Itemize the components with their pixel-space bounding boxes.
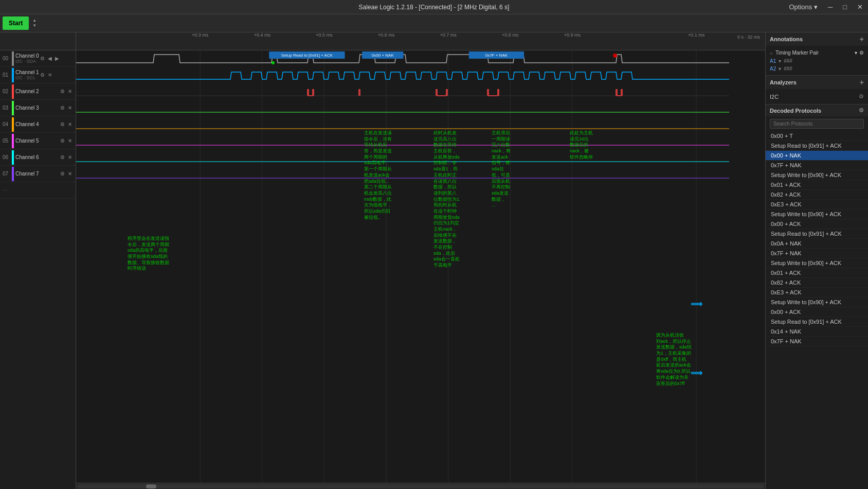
channel-close-7[interactable]: ✕ [67, 170, 73, 177]
timing-settings-icon[interactable]: ⚙ [859, 50, 864, 56]
protocol-item-6[interactable]: 0x82 + ACK [766, 190, 868, 200]
protocol-item-8[interactable]: Setup Write to [0x90] + ACK [766, 209, 868, 219]
time-label-3: +0.6 ms [378, 32, 394, 38]
channel-controls-7: ⚙ ✕ [59, 170, 73, 177]
protocol-item-20[interactable]: 0x14 + NAK [766, 327, 868, 337]
channel-header [0, 32, 76, 50]
right-panel: Annotations + ⬦ Timing Marker Pair ▾ ⚙ A… [765, 32, 868, 489]
protocol-item-11[interactable]: 0x0A + NAK [766, 239, 868, 249]
decoded-protocols-header: Decoded Protocols ⚙ [766, 104, 868, 116]
channel-close-3[interactable]: ✕ [67, 104, 73, 111]
protocol-item-9[interactable]: 0x00 + ACK [766, 219, 868, 229]
channel-settings-1[interactable]: ⚙ [39, 72, 46, 78]
channel-close-2[interactable]: ✕ [67, 88, 73, 95]
arrow-down-icon[interactable]: ▼ [32, 23, 37, 28]
svg-text:Setup Read to [0x91] + ACK: Setup Read to [0x91] + ACK [281, 53, 333, 58]
protocol-item-10[interactable]: Setup Read to [0x91] + ACK [766, 229, 868, 239]
analyzer-i2c-settings[interactable]: ⚙ [859, 93, 864, 100]
options-button[interactable]: Options ▾ [784, 0, 823, 14]
maximize-button[interactable]: □ [838, 0, 852, 14]
channel-settings-7[interactable]: ⚙ [59, 170, 66, 177]
a2-row: A2 ▾ ### [770, 65, 864, 73]
annotations-header: Annotations + [766, 32, 868, 46]
decoded-protocols-settings[interactable]: ⚙ [859, 107, 864, 114]
protocol-item-2[interactable]: 0x00 + NAK [766, 151, 868, 161]
protocol-item-13[interactable]: Setup Write to [0x90] + ACK [766, 258, 868, 268]
protocol-item-0[interactable]: 0x00 + T [766, 131, 868, 141]
analyzers-content: I2C ⚙ [766, 89, 868, 104]
waveform-canvas[interactable]: Setup Read to [0x91] + ACK 0x00 + NAK 0x… [76, 50, 765, 483]
analyzers-header: Analyzers + [766, 76, 868, 89]
annotations-content: ⬦ Timing Marker Pair ▾ ⚙ A1 ▾ ### A2 ▾ [766, 46, 868, 75]
protocol-item-12[interactable]: 0x7F + NAK [766, 249, 868, 258]
channel-settings-4[interactable]: ⚙ [59, 121, 66, 128]
channel-row-3: 03 Channel 3 ⚙ ✕ [0, 100, 76, 116]
annotations-add-icon[interactable]: + [860, 35, 864, 43]
search-protocols-container [766, 116, 868, 131]
protocol-item-4[interactable]: Setup Write to [0x90] + ACK [766, 170, 868, 180]
annotation-2: 此时从机发 送完高八位 数据在等待 主机应答， 从机释放sda 控制权，令 sd… [433, 130, 461, 269]
a1-label: A1 [770, 58, 776, 64]
a1-value: ### [784, 58, 792, 64]
protocol-item-1[interactable]: Setup Read to [0x91] + ACK [766, 141, 868, 151]
channel-settings-0[interactable]: ⚙ [39, 55, 46, 62]
protocol-item-18[interactable]: 0x00 + ACK [766, 307, 868, 317]
channel-close-1[interactable]: ✕ [47, 72, 53, 78]
close-button[interactable]: ✕ [852, 0, 868, 14]
channel-controls-4: ⚙ ✕ [59, 121, 73, 128]
analyzers-add-icon[interactable]: + [860, 78, 864, 86]
scrollbar-thumb[interactable] [146, 484, 156, 488]
channel-settings-2[interactable]: ⚙ [59, 88, 66, 95]
start-button[interactable]: Start [3, 16, 29, 30]
main-layout: 00 Channel 0 I2C · SDA ⚙ ◀ ▶ 01 Channel … [0, 32, 868, 489]
channel-close-5[interactable]: ✕ [67, 137, 73, 144]
channel-settings-5[interactable]: ⚙ [59, 137, 66, 144]
channel-prev-0[interactable]: ◀ [47, 55, 53, 62]
a2-dropdown[interactable]: ▾ [779, 66, 781, 72]
timing-icon: ⬦ [770, 50, 773, 56]
a2-label: A2 [770, 66, 776, 72]
protocol-item-7[interactable]: 0xE3 + ACK [766, 200, 868, 209]
channel-settings-6[interactable]: ⚙ [59, 154, 66, 161]
protocol-item-19[interactable]: Setup Read to [0x91] + ACK [766, 317, 868, 327]
timing-dropdown-icon[interactable]: ▾ [855, 50, 857, 56]
channel-row-4: 04 Channel 4 ⚙ ✕ [0, 116, 76, 133]
annotation-0: 程序里会在发送读指 令后，发送两个周期 sda的高电平，后面 便开始接收sda线… [128, 236, 169, 272]
analyzers-section: Analyzers + I2C ⚙ [766, 76, 868, 104]
protocol-item-5[interactable]: 0x01 + ACK [766, 180, 868, 190]
channel-row-0: 00 Channel 0 I2C · SDA ⚙ ◀ ▶ [0, 50, 76, 67]
channel-color-5 [12, 134, 14, 148]
minimize-button[interactable]: ─ [823, 0, 838, 14]
channel-controls-5: ⚙ ✕ [59, 137, 73, 144]
annotations-section: Annotations + ⬦ Timing Marker Pair ▾ ⚙ A… [766, 32, 868, 76]
protocol-list[interactable]: 0x00 + TSetup Read to [0x91] + ACK0x00 +… [766, 131, 868, 489]
channel-settings-3[interactable]: ⚙ [59, 104, 66, 111]
arrow-up-icon[interactable]: ▲ [32, 18, 37, 23]
channel-color-1 [12, 68, 14, 82]
a1-dropdown[interactable]: ▾ [779, 58, 781, 64]
scrollbar-track [77, 484, 764, 488]
channel-next-0[interactable]: ▶ [54, 55, 60, 62]
svg-text:⟹: ⟹ [691, 300, 702, 308]
protocol-item-3[interactable]: 0x7F + NAK [766, 161, 868, 170]
search-protocols-input[interactable] [770, 119, 864, 129]
waveform-area[interactable]: 0 s · 32 ms +0.3 ms +0.4 ms +0.5 ms +0.6… [76, 32, 765, 489]
horizontal-scrollbar[interactable] [76, 483, 765, 489]
channel-close-4[interactable]: ✕ [67, 121, 73, 128]
protocol-item-16[interactable]: 0xE3 + ACK [766, 288, 868, 298]
svg-text:0x00 + NAK: 0x00 + NAK [372, 53, 394, 58]
channel-label-0: Channel 0 I2C · SDA [15, 53, 39, 64]
protocol-item-21[interactable]: 0x7F + NAK [766, 337, 868, 346]
channel-close-6[interactable]: ✕ [67, 154, 73, 161]
annotation-5: 因为从机没收 到ack，所以停止 发送数据，sda恒 为1，主机采集的 是0xf… [656, 333, 692, 387]
protocol-item-15[interactable]: 0x82 + ACK [766, 278, 868, 288]
channel-list: 00 Channel 0 I2C · SDA ⚙ ◀ ▶ 01 Channel … [0, 50, 76, 199]
channel-row-extra: ··· [0, 182, 76, 199]
channel-label-1: Channel 1 I2C · SCL [15, 69, 39, 80]
timing-marker-label: Timing Marker Pair [775, 50, 819, 56]
analyzers-title: Analyzers [770, 79, 797, 85]
protocol-item-17[interactable]: Setup Write to [0x90] + ACK [766, 298, 868, 307]
decoded-protocols-title: Decoded Protocols [770, 108, 821, 114]
protocol-item-14[interactable]: 0x01 + ACK [766, 268, 868, 278]
timing-marker-row: ⬦ Timing Marker Pair ▾ ⚙ [770, 48, 864, 57]
